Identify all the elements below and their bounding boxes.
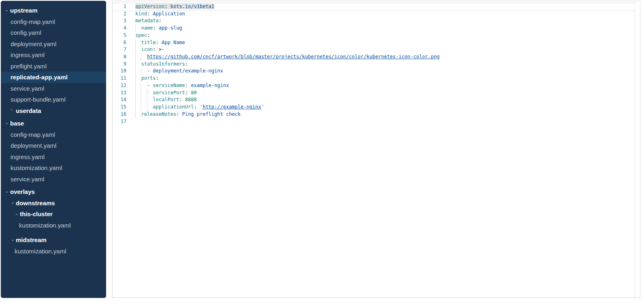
tree-item-label: deployment.yaml <box>11 40 56 47</box>
code-token: : <box>176 111 182 117</box>
chevron-down-icon: ⌄ <box>11 237 16 242</box>
code-line[interactable]: 11ports: <box>113 75 634 82</box>
code-token: : <box>185 90 191 96</box>
line-number: 11 <box>113 75 126 82</box>
code-line[interactable]: 12- serviceName: example-nginx <box>113 82 634 89</box>
code-line-content: releaseNotes: Ping preflight check <box>135 111 241 118</box>
indent-guide <box>135 46 141 53</box>
code-line-content: apiVersion: kots.io/v1beta1 <box>135 3 214 11</box>
tree-file-config-map-yaml[interactable]: config-map.yaml <box>1 16 106 28</box>
tree-group-overlays[interactable]: ⌄overlays <box>1 186 106 198</box>
line-number: 15 <box>113 104 126 111</box>
code-line[interactable]: 7icon: >- <box>113 46 634 53</box>
url-link[interactable]: https://github.com/cncf/artwork/blob/mas… <box>147 54 439 60</box>
code-token: : <box>185 61 188 67</box>
code-line[interactable]: 16releaseNotes: Ping preflight check <box>113 111 634 118</box>
code-line[interactable]: 4name: app-slug <box>113 25 634 32</box>
code-line[interactable]: 13servicePort: 80 <box>113 89 634 97</box>
line-number: 12 <box>113 82 126 89</box>
editor-scrollbar[interactable] <box>635 1 640 298</box>
line-number: 14 <box>113 96 126 104</box>
tree-item-label: downstreams <box>16 200 55 206</box>
line-number: 2 <box>113 11 126 18</box>
tree-group-downstreams[interactable]: ⌄downstreams <box>1 198 106 209</box>
indent-guide <box>135 82 141 89</box>
code-token: - <box>147 83 153 88</box>
tree-file-ingress-yaml[interactable]: ingress.yaml <box>1 151 106 163</box>
code-token: example-nginx <box>191 83 229 88</box>
code-token: kots.io/v1beta1 <box>171 4 214 9</box>
code-line[interactable]: 6title: App Name <box>113 39 634 47</box>
tree-group-upstream[interactable]: ⌄upstream <box>1 5 106 16</box>
code-line-content: metadata: <box>135 17 162 25</box>
indent-guide <box>135 96 141 104</box>
code-line[interactable]: 14localPort: 8888 <box>113 96 634 104</box>
tree-group-userdata[interactable]: ›userdata <box>1 105 106 117</box>
code-line[interactable]: 10- deployment/example-nginx <box>113 68 634 75</box>
code-line[interactable]: 8https://github.com/cncf/artwork/blob/ma… <box>113 53 634 61</box>
tree-file-config-map-yaml[interactable]: config-map.yaml <box>1 129 106 140</box>
code-line[interactable]: 3metadata: <box>113 17 634 25</box>
code-token: releaseNotes <box>141 111 176 117</box>
code-line[interactable]: 2kind: Application <box>113 11 634 18</box>
tree-item-label: midstream <box>16 236 47 243</box>
tree-file-config-yaml[interactable]: config.yaml <box>1 27 106 38</box>
tree-file-deployment-yaml[interactable]: deployment.yaml <box>1 38 106 50</box>
yaml-editor[interactable]: 1apiVersion: kots.io/v1beta12kind: Appli… <box>112 1 640 298</box>
code-token: : <box>185 83 191 88</box>
code-token: serviceName <box>153 83 185 88</box>
tree-file-kustomization-yaml[interactable]: kustomization.yaml <box>1 162 106 174</box>
url-link[interactable]: http://example-nginx <box>203 104 261 110</box>
indent-guide <box>135 25 141 32</box>
code-token: metadata <box>135 18 159 23</box>
chevron-down-icon: ⌄ <box>11 200 16 204</box>
tree-group-base[interactable]: ⌄base <box>1 118 106 129</box>
code-line[interactable]: 1apiVersion: kots.io/v1beta1 <box>113 3 634 11</box>
code-line-content: - serviceName: example-nginx <box>135 82 229 89</box>
indent-guide <box>147 104 153 111</box>
code-line[interactable]: 5spec: <box>113 32 634 39</box>
code-token: kind <box>135 11 147 17</box>
indent-guide <box>135 104 141 111</box>
code-line-content: icon: >- <box>135 46 164 53</box>
tree-file-support-bundle-yaml[interactable]: support-bundle.yaml <box>1 94 106 105</box>
code-token: spec <box>135 32 147 38</box>
chevron-down-icon: ⌄ <box>5 120 10 125</box>
line-number: 6 <box>113 39 126 47</box>
tree-file-replicated-app-yaml[interactable]: replicated-app.yaml <box>1 72 106 83</box>
tree-file-service-yaml[interactable]: service.yaml <box>1 83 106 94</box>
tree-file-ingress-yaml[interactable]: ingress.yaml <box>1 49 106 61</box>
tree-file-deployment-yaml[interactable]: deployment.yaml <box>1 140 106 151</box>
tree-item-label: config.yaml <box>11 29 41 36</box>
code-line-content: title: App Name <box>135 39 185 47</box>
tree-item-label: upstream <box>10 7 38 14</box>
code-token: 80 <box>191 90 196 96</box>
line-number: 13 <box>113 89 126 97</box>
tree-file-kustomization-yaml[interactable]: kustomization.yaml <box>1 220 106 231</box>
code-line[interactable]: 9statusInformers: <box>113 61 634 68</box>
indent-guide <box>147 96 153 104</box>
code-token: - <box>147 68 153 74</box>
indent-guide <box>135 68 141 75</box>
tree-item-label: kustomization.yaml <box>19 222 71 229</box>
line-number: 16 <box>113 111 126 118</box>
tree-group-midstream[interactable]: ⌄midstream <box>1 234 106 246</box>
line-number: 3 <box>113 17 126 25</box>
code-line-content: ports: <box>135 75 159 82</box>
code-line-content: servicePort: 80 <box>135 89 197 97</box>
code-token: statusInformers <box>141 61 185 67</box>
code-line-content: spec: <box>135 32 150 39</box>
tree-group-this-cluster[interactable]: ⌄this-cluster <box>1 208 106 220</box>
tree-file-kustomization-yaml[interactable]: kustomization.yaml <box>1 246 106 257</box>
tree-file-service-yaml[interactable]: service.yaml <box>1 174 106 185</box>
chevron-down-icon: ⌄ <box>5 7 10 12</box>
code-token: : <box>194 104 199 110</box>
code-token: Application <box>153 11 185 17</box>
code-line[interactable]: 17 <box>113 118 634 125</box>
tree-file-preflight-yaml[interactable]: preflight.yaml <box>1 61 106 72</box>
code-token: servicePort <box>153 90 185 96</box>
code-line[interactable]: 15applicationUrl: 'http://example-nginx' <box>113 104 634 111</box>
code-token: App Name <box>162 40 185 45</box>
indent-guide <box>135 61 141 68</box>
tree-item-label: kustomization.yaml <box>15 248 66 255</box>
